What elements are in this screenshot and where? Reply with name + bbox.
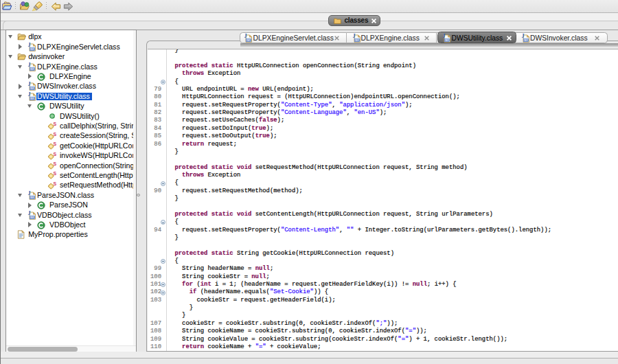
svg-text:010: 010 xyxy=(524,39,528,42)
svg-text:S: S xyxy=(53,181,56,186)
svg-text:S: S xyxy=(53,161,56,166)
svg-text:010: 010 xyxy=(30,97,34,100)
svg-text:010: 010 xyxy=(445,39,449,42)
svg-text:S: S xyxy=(53,152,56,157)
svg-text:010: 010 xyxy=(30,47,34,50)
svg-text:S: S xyxy=(53,122,56,126)
svg-text:010: 010 xyxy=(30,196,34,198)
svg-text:S: S xyxy=(53,141,56,146)
svg-text:010: 010 xyxy=(30,87,34,90)
svg-text:010: 010 xyxy=(355,39,359,42)
svg-text:S: S xyxy=(53,171,56,176)
svg-text:010: 010 xyxy=(247,39,251,42)
svg-text:010: 010 xyxy=(30,216,34,218)
svg-text:S: S xyxy=(53,132,56,137)
svg-text:010: 010 xyxy=(30,67,34,70)
